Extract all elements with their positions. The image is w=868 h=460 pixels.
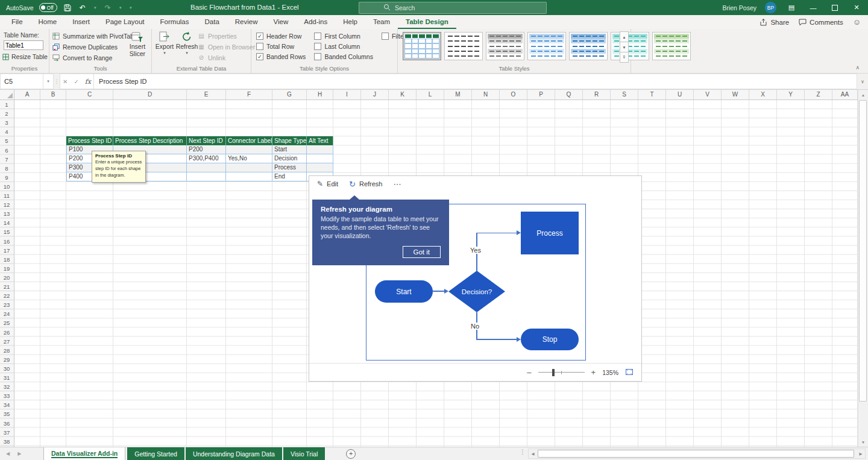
checkbox-banded-rows[interactable]: ✓Banded Rows [256, 52, 306, 61]
zoom-in-icon[interactable]: + [591, 368, 596, 377]
row-header[interactable]: 20 [0, 273, 13, 282]
scroll-down-icon[interactable]: ▼ [858, 437, 868, 447]
ribbon-tab-add-ins[interactable]: Add-ins [296, 15, 335, 29]
table-style-preview-light-gray[interactable] [486, 32, 524, 60]
save-button[interactable] [63, 2, 72, 13]
table-name-input[interactable] [4, 40, 43, 50]
row-header[interactable]: 8 [0, 164, 13, 173]
undo-button[interactable]: ↶ [78, 2, 87, 13]
got-it-button[interactable]: Got it [403, 246, 441, 258]
table-style-preview-green[interactable] [652, 32, 691, 60]
table-cell[interactable] [307, 163, 333, 172]
table-cell[interactable]: P200 [187, 145, 226, 154]
column-header-V[interactable]: V [694, 90, 722, 99]
table-cell[interactable]: Start [272, 145, 307, 154]
ribbon-tab-data[interactable]: Data [197, 15, 227, 29]
resize-table-button[interactable]: Resize Table [2, 53, 48, 60]
autosave-toggle[interactable]: Off [39, 3, 57, 12]
table-style-preview-light-blue-1[interactable] [527, 32, 566, 60]
formula-input[interactable]: Process Step ID [94, 74, 857, 89]
redo-dropdown-icon[interactable]: ▾ [118, 2, 123, 13]
comments-button[interactable]: Comments [799, 19, 843, 26]
column-header-T[interactable]: T [638, 90, 666, 99]
table-cell[interactable] [226, 163, 272, 172]
tab-scrollbar-splitter[interactable]: ⋮ [520, 449, 526, 459]
table-style-preview-teal[interactable] [611, 32, 649, 60]
column-header-X[interactable]: X [749, 90, 777, 99]
row-header[interactable]: 10 [0, 182, 13, 191]
redo-button[interactable]: ↷ [103, 2, 113, 13]
cancel-icon[interactable]: ✕ [63, 78, 68, 85]
refresh-ribbon-button[interactable]: Refresh▾ [176, 31, 198, 55]
column-header-U[interactable]: U [666, 90, 694, 99]
flowchart-stop-shape[interactable]: Stop [521, 329, 579, 350]
expand-formula-bar-icon[interactable]: ∨ [857, 74, 868, 89]
table-cell[interactable] [226, 172, 272, 181]
ribbon-tab-view[interactable]: View [266, 15, 297, 29]
row-header[interactable]: 12 [0, 200, 13, 209]
remove-duplicates-button[interactable]: Remove Duplicates [52, 42, 139, 52]
table-cell[interactable] [187, 163, 226, 172]
row-header[interactable]: 25 [0, 318, 13, 327]
select-all-corner[interactable] [0, 90, 14, 99]
row-header[interactable]: 28 [0, 346, 13, 355]
table-cell[interactable] [307, 154, 333, 163]
column-header-Y[interactable]: Y [777, 90, 805, 99]
checkbox-first-column[interactable]: First Column [314, 31, 373, 40]
horizontal-scrollbar[interactable]: ◀ ▶ [528, 449, 866, 459]
column-header-L[interactable]: L [417, 90, 444, 99]
restore-button[interactable] [828, 0, 841, 15]
table-cell[interactable] [226, 145, 272, 154]
table-header-cell[interactable]: Connector Label [226, 136, 272, 145]
sheet-tab-understanding-diagram-data[interactable]: Understanding Diagram Data [186, 447, 282, 460]
row-header[interactable]: 17 [0, 246, 13, 255]
row-header[interactable]: 22 [0, 291, 13, 300]
horizontal-scrollbar-thumb[interactable] [538, 450, 854, 458]
row-header[interactable]: 6 [0, 146, 13, 155]
column-header-J[interactable]: J [361, 90, 389, 99]
row-header[interactable]: 31 [0, 373, 13, 382]
edit-button[interactable]: ✎Edit [317, 180, 338, 188]
ribbon-tab-review[interactable]: Review [227, 15, 266, 29]
gallery-down-button[interactable]: ▼ [620, 42, 629, 52]
checkbox-total-row[interactable]: Total Row [256, 42, 306, 51]
row-header[interactable]: 35 [0, 409, 13, 418]
undo-dropdown-icon[interactable]: ▾ [93, 2, 98, 13]
vertical-scrollbar-thumb[interactable] [859, 100, 867, 402]
column-header-W[interactable]: W [722, 90, 749, 99]
table-cell[interactable]: P300,P400 [187, 154, 226, 163]
row-header[interactable]: 29 [0, 355, 13, 364]
row-header[interactable]: 15 [0, 227, 13, 236]
column-header-F[interactable]: F [226, 90, 272, 99]
avatar[interactable]: BP [765, 2, 776, 13]
row-header[interactable]: 16 [0, 237, 13, 246]
column-header-Z[interactable]: Z [805, 90, 832, 99]
table-header-cell[interactable]: Next Step ID [187, 136, 226, 145]
new-sheet-button[interactable]: + [346, 449, 356, 459]
row-header[interactable]: 3 [0, 118, 13, 127]
row-header[interactable]: 2 [0, 109, 13, 118]
ribbon-tab-file[interactable]: File [4, 15, 31, 29]
vertical-scrollbar[interactable]: ▲ ▼ [858, 90, 868, 447]
column-header-H[interactable]: H [307, 90, 333, 99]
table-style-preview-plain[interactable] [444, 32, 483, 60]
feedback-smiley-icon[interactable]: ☺ [853, 17, 861, 27]
row-header[interactable]: 26 [0, 328, 13, 337]
ribbon-tab-help[interactable]: Help [335, 15, 365, 29]
user-name[interactable]: Brien Posey [722, 4, 756, 11]
column-header-R[interactable]: R [583, 90, 611, 99]
table-cell[interactable] [187, 172, 226, 181]
row-header[interactable]: 24 [0, 309, 13, 318]
ribbon-tab-team[interactable]: Team [365, 15, 398, 29]
row-header[interactable]: 37 [0, 428, 13, 437]
column-header-D[interactable]: D [113, 90, 187, 99]
column-header-B[interactable]: B [40, 90, 66, 99]
insert-slicer-button[interactable]: Insert Slicer [127, 31, 148, 57]
row-header[interactable]: 30 [0, 364, 13, 373]
convert-to-range-button[interactable]: Convert to Range [52, 52, 139, 63]
table-cell[interactable] [307, 145, 333, 154]
enter-icon[interactable]: ✓ [74, 78, 78, 85]
table-header-cell[interactable]: Process Step ID [66, 136, 113, 145]
formula-bar-splitter[interactable]: ⋮ [54, 74, 60, 89]
column-header-AA[interactable]: AA [832, 90, 858, 99]
